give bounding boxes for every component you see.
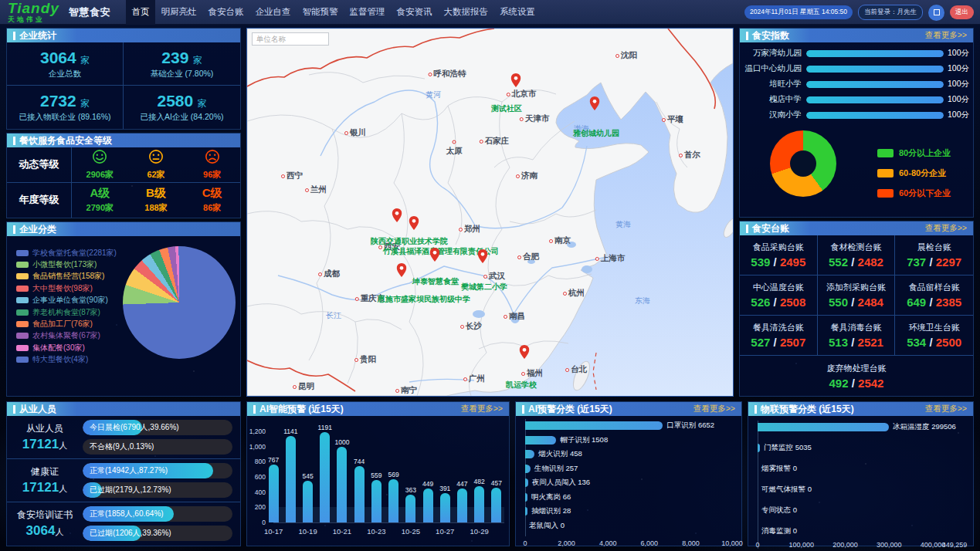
nav-item-企业自查[interactable]: 企业自查 xyxy=(249,0,297,25)
ai-chart-xtick: 10-17 xyxy=(264,527,283,536)
datetime-pill: 2024年11月01日 星期五 14:05:50 xyxy=(744,5,853,19)
ai-chart-bar xyxy=(269,465,279,522)
panel-food-grade-title: 餐饮服务食品安全等级 xyxy=(7,134,112,147)
ai-category-more-link[interactable]: 查看更多>> xyxy=(693,404,735,414)
ai-chart-bar-value: 1141 xyxy=(283,428,297,435)
category-legend-item[interactable]: 企事业单位食堂(90家) xyxy=(16,295,117,306)
nav-item-明厨亮灶[interactable]: 明厨亮灶 xyxy=(155,0,202,25)
ai-chart-bar xyxy=(337,447,347,522)
city-dot xyxy=(429,73,432,76)
food-index-donut-chart xyxy=(770,130,836,197)
main-nav: 首页明厨亮灶食安台账企业自查智能预警监督管理食安资讯大数据报告系统设置 xyxy=(126,0,541,25)
logout-button[interactable]: 退出 xyxy=(950,5,974,19)
donut-legend-item[interactable]: 60分以下企业 xyxy=(877,188,951,199)
dashboard-root: Tiandy 天地伟业 智慧食安 首页明厨亮灶食安台账企业自查智能预警监督管理食… xyxy=(0,0,980,551)
ledger-more-link[interactable]: 查看更多>> xyxy=(925,223,967,234)
hbar-xtick: 8,000 xyxy=(682,539,700,547)
ai-chart-bar xyxy=(303,481,313,522)
ai-chart-bar-value: 767 xyxy=(268,456,279,464)
login-pill: 当前登录：月先生 xyxy=(858,5,923,20)
city-dot xyxy=(662,118,666,122)
hbar-xtick: 6,000 xyxy=(641,539,659,547)
staff-bar: 正常(1858人,60.64%) xyxy=(83,506,232,522)
map-pin-label: 凯运学校 xyxy=(506,380,537,390)
ai-chart-xtick: 10-25 xyxy=(402,527,420,536)
staff-row-健康证: 健康证17121人正常(14942人,87.27%)已过期(2179人,12.7… xyxy=(7,459,240,502)
map-pin-陕西交通职业技术学院[interactable] xyxy=(392,208,402,225)
ai-chart-bar xyxy=(320,432,330,522)
hbar-xtick: 4,000 xyxy=(599,539,617,547)
stat-cell: 2580 家已接入AI企业 (84.20%) xyxy=(124,86,240,129)
panel-company-stats-header: 企业统计 xyxy=(7,29,240,42)
map-pin-雅创城幼儿园[interactable] xyxy=(590,96,600,113)
nav-item-系统设置[interactable]: 系统设置 xyxy=(493,0,541,25)
city-dot xyxy=(516,174,520,178)
map-city-郑州: 郑州 xyxy=(459,224,480,235)
city-dot xyxy=(293,385,297,389)
map-city-台北: 台北 xyxy=(565,364,587,375)
panel-map: 呼和浩特沈阳北京市天津市石家庄太原济南银川西宁兰州郑州西安成都重庆市贵阳昆明长沙… xyxy=(246,28,734,397)
panel-company-category-title: 企业分类 xyxy=(7,222,56,236)
ai-warning-more-link[interactable]: 查看更多>> xyxy=(461,404,503,414)
city-dot xyxy=(344,131,348,135)
map-pin-樊城第二小学[interactable] xyxy=(478,249,488,266)
city-dot xyxy=(460,325,464,329)
category-legend-item[interactable]: 农村集体聚餐(67家) xyxy=(16,330,117,342)
city-dot xyxy=(517,255,521,259)
category-legend-item[interactable]: 集体配餐(30家) xyxy=(16,342,117,353)
category-legend-item[interactable]: 养老机构食堂(87家) xyxy=(16,306,117,318)
panel-ai-warning: AI智能预警 (近15天) 查看更多>> 02004006008001,0001… xyxy=(246,401,510,546)
grade-item: 2906家 xyxy=(72,147,128,182)
city-dot xyxy=(563,292,567,296)
city-dot xyxy=(483,275,487,279)
grade-row: 年度等级A级2790家B级188家C级86家 xyxy=(7,183,240,218)
map-city-福州: 福州 xyxy=(521,368,543,379)
nav-item-首页[interactable]: 首页 xyxy=(126,0,155,25)
ledger-cell-食品留样台账: 食品留样台账649 / 2385 xyxy=(895,276,973,316)
category-legend-item[interactable]: 食品加工厂(76家) xyxy=(16,318,117,330)
ai-chart-xtick: 10-23 xyxy=(367,527,385,536)
hbar-row-生物识别: 生物识别 257 xyxy=(525,465,738,473)
nav-item-大数据报告[interactable]: 大数据报告 xyxy=(438,0,494,25)
staff-row-食安培训证书: 食安培训证书3064人正常(1858人,60.64%)已过期(1206人,39.… xyxy=(7,502,240,546)
category-legend-item[interactable]: 学校食堂托食堂(2281家) xyxy=(16,247,117,259)
panel-iot-category: 物联预警分类 (近15天) 查看更多>> 冰箱温湿度 299506门禁监控 50… xyxy=(748,401,974,546)
ai-chart-xtick: 10-29 xyxy=(470,527,489,536)
panel-ai-category-header: AI预警分类 (近15天) 查看更多>> xyxy=(516,402,741,416)
ai-chart-bar xyxy=(474,486,484,522)
map-pin-凯运学校[interactable] xyxy=(520,345,530,362)
category-legend-item[interactable]: 小微型餐饮(173家) xyxy=(16,259,117,270)
map-pin-label: 陕西交通职业技术学院 xyxy=(371,236,448,247)
city-dot xyxy=(507,93,510,96)
food-index-more-link[interactable]: 查看更多>> xyxy=(925,30,967,41)
map-city-石家庄: 石家庄 xyxy=(480,136,510,147)
nav-item-监督管理[interactable]: 监督管理 xyxy=(344,0,391,25)
stat-cell: 2732 家已接入物联企业 (89.16%) xyxy=(7,86,124,129)
category-legend-item[interactable]: 大中型餐饮(98家) xyxy=(16,282,117,294)
nav-item-食安资讯[interactable]: 食安资讯 xyxy=(391,0,438,25)
fullscreen-button[interactable] xyxy=(928,5,944,21)
map-city-首尔: 首尔 xyxy=(679,150,700,161)
map-pin-恩施市盛家坝民族初级中学[interactable] xyxy=(397,263,407,280)
category-legend-item[interactable]: 食品销售经营(158家) xyxy=(16,271,117,282)
map-pin-竹溪县福泽酒店管理有限责任公司[interactable] xyxy=(409,216,419,233)
company-category-pie-chart xyxy=(123,246,236,359)
hbar-row-门禁监控: 门禁监控 5035 xyxy=(758,444,970,452)
hbar-row-夜间人员闯入: 夜间人员闯入 136 xyxy=(525,478,738,487)
donut-legend-item[interactable]: 60-80分企业 xyxy=(877,167,951,179)
map-search-input[interactable] xyxy=(252,32,329,46)
map-city-南昌: 南昌 xyxy=(504,311,525,322)
panel-company-category: 企业分类 学校食堂托食堂(2281家)小微型餐饮(173家)食品销售经营(158… xyxy=(6,221,241,397)
iot-category-more-link[interactable]: 查看更多>> xyxy=(925,404,967,414)
panel-company-stats-title: 企业统计 xyxy=(7,29,56,42)
staff-bar: 今日晨检(6790人,39.66%) xyxy=(83,420,232,435)
map-geo-label-黄河: 黄河 xyxy=(426,90,441,100)
hbar-xtick: 2,000 xyxy=(558,539,575,547)
ai-chart-bar-value: 363 xyxy=(405,486,416,494)
nav-item-智能预警[interactable]: 智能预警 xyxy=(297,0,344,25)
category-legend-item[interactable]: 特大型餐饮(4家) xyxy=(16,354,117,366)
nav-item-食安台账[interactable]: 食安台账 xyxy=(202,0,249,25)
donut-legend-item[interactable]: 80分以上企业 xyxy=(877,147,951,159)
map-pin-坤泰智慧食堂[interactable] xyxy=(430,248,440,265)
map-pin-测试社区[interactable] xyxy=(511,73,521,90)
